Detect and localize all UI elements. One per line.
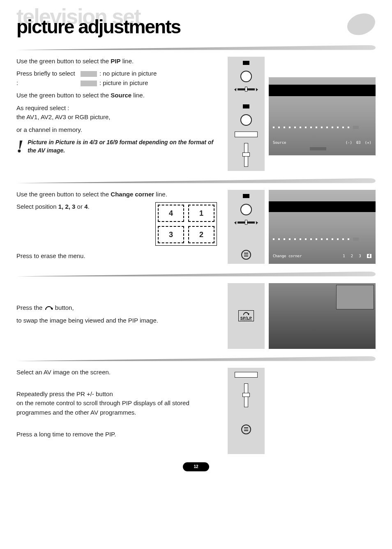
swap-arc-icon [44, 305, 53, 311]
exclaim-icon: ! [16, 138, 23, 155]
text-line: Use the green button to select the Chang… [16, 190, 221, 199]
text-line: Select position 1, 2, 3 or 4. [16, 202, 139, 242]
section-av: Select an AV image on the screen. Repeat… [16, 368, 376, 454]
corner-cell-2: 2 [188, 226, 214, 243]
stop-icon [243, 104, 249, 108]
remote-column [228, 57, 265, 171]
text-line: Press to erase the menu. [16, 251, 221, 261]
section-pip: Use the green button to select the PIP l… [16, 57, 376, 171]
section-corner: Use the green button to select the Chang… [16, 190, 376, 264]
remote-column [228, 368, 265, 454]
splp-button: SP/LP [238, 310, 254, 321]
note: ! Picture in Picture is in 4/3 or 16/9 f… [16, 138, 221, 155]
text-line: Use the green button to select the PIP l… [16, 57, 221, 66]
tv-preview: Source (-) 03 (+) [269, 57, 376, 155]
page-number: 12 [183, 462, 209, 471]
v-slider [244, 383, 248, 407]
text-line: Press briefly to select : : no picture i… [16, 69, 221, 88]
round-button [240, 114, 252, 126]
wide-button [235, 372, 258, 378]
tv-preview [269, 283, 376, 349]
text-line: to swap the image being viewed and the P… [16, 316, 224, 325]
round-button [240, 204, 252, 215]
remote-column: SP/LP [228, 283, 265, 349]
round-button [240, 71, 252, 82]
wide-button [235, 131, 258, 137]
osd-source-line: Source (-) 03 (+) [273, 141, 371, 145]
grey-swatch [81, 71, 97, 77]
corner-cell-4: 4 [158, 205, 184, 222]
osd-corner-line: Change corner 1 2 3 4 [273, 254, 371, 258]
h-slider [234, 88, 258, 91]
v-slider [244, 143, 248, 167]
section-swap: Press the button, to swap the image bein… [16, 283, 376, 349]
swap-arc-icon [242, 311, 250, 316]
tv-preview: Change corner 1 2 3 4 [269, 190, 376, 264]
divider [16, 45, 376, 50]
stop-icon [243, 194, 249, 198]
divider [16, 356, 376, 361]
divider [16, 178, 376, 183]
text-line: Repeatedly press the PR +/- button on th… [16, 390, 207, 418]
h-slider [234, 221, 258, 224]
corner-grid: 4 1 3 2 [155, 202, 217, 246]
grey-swatch [81, 81, 97, 86]
text-line: Press the button, [16, 303, 224, 313]
corner-icon [347, 14, 376, 39]
divider [16, 272, 376, 277]
text-line: As required select : the AV1, AV2, AV3 o… [16, 104, 221, 122]
corner-cell-3: 3 [158, 226, 184, 243]
menu-button [241, 250, 251, 260]
text-line: Use the green button to select the Sourc… [16, 91, 221, 100]
corner-cell-1: 1 [188, 205, 214, 222]
text-line: Press a long time to remove the PIP. [16, 430, 207, 439]
menu-button [241, 424, 251, 434]
text-line: or a channel in memory. [16, 125, 221, 135]
remote-column [228, 190, 265, 264]
text-line: Select an AV image on the screen. [16, 368, 207, 377]
stop-icon [243, 61, 249, 65]
page-title: picture adjustments [16, 16, 376, 38]
